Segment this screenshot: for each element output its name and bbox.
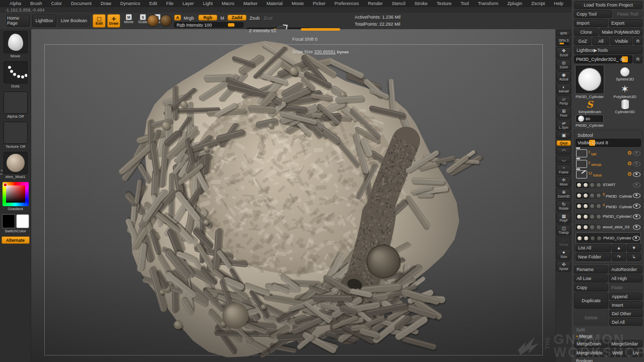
saturation-value-square[interactable]	[6, 186, 25, 203]
bpr-button[interactable]: BPR	[556, 31, 571, 36]
merge-section[interactable]: •Merge	[576, 334, 642, 339]
menu-tool[interactable]: Tool	[456, 1, 473, 6]
current-alpha[interactable]: Alpha Off	[4, 92, 28, 119]
tool-polymesh3d[interactable]: ✶PolyMesh3D	[607, 82, 642, 100]
draw-button[interactable]: ✛ Draw	[107, 14, 120, 28]
rgb-intensity-handle[interactable]	[228, 23, 234, 27]
scroll-button[interactable]: ✥Scroll	[556, 47, 571, 58]
main-color-swatch[interactable]	[2, 214, 15, 228]
menu-movie[interactable]: Movie	[287, 1, 308, 6]
append-button[interactable]: Append	[609, 293, 642, 300]
subtool-pm3d_cylinder3d2[interactable]: PM3D_Cylinder3D2	[576, 232, 641, 244]
menu-zplugin[interactable]: Zplugin	[503, 1, 527, 6]
menu-stencil[interactable]: Stencil	[387, 1, 410, 6]
del-all-button[interactable]: Del All	[609, 318, 642, 326]
mergesimilar-button[interactable]: MergeSimilar	[609, 340, 642, 348]
split-section[interactable]: Split	[576, 327, 642, 332]
gear-icon[interactable]: ⚙	[627, 161, 632, 166]
autoreorder-button[interactable]: AutoReorder	[609, 265, 642, 274]
brush-thumbnail[interactable]	[4, 31, 28, 53]
goz-button[interactable]: GoZ	[574, 37, 591, 45]
lock-icon[interactable]: ▣	[556, 132, 571, 139]
menu-document[interactable]: Document	[66, 1, 96, 6]
menu-file[interactable]: File	[162, 1, 178, 6]
eye-icon[interactable]	[633, 151, 640, 156]
paste-tool-button[interactable]: Paste Tool	[613, 10, 642, 18]
color-picker[interactable]: Gradient	[3, 182, 29, 211]
goz-visible-button[interactable]: Visible	[610, 37, 632, 45]
uv-button[interactable]: Uv	[629, 349, 642, 357]
menu-dynamics[interactable]: Dynamics	[116, 1, 145, 6]
spix-button[interactable]: SPix 3	[556, 38, 571, 46]
eye-icon[interactable]	[633, 183, 640, 188]
mergedown-button[interactable]: MergeDown	[574, 340, 608, 348]
menu-edit[interactable]: Edit	[145, 1, 162, 6]
subtool-header[interactable]: Subtool	[578, 133, 641, 138]
live-boolean-button[interactable]: Live Boolean	[58, 15, 90, 27]
eye-icon[interactable]	[632, 236, 640, 241]
eye-icon[interactable]	[633, 204, 640, 209]
zoom3d-button[interactable]: ⊕Zoom3D	[556, 189, 571, 199]
qxyz-button[interactable]: Qxyz	[556, 140, 571, 146]
subtool-start[interactable]: START	[576, 179, 641, 190]
menu-light[interactable]: Light	[198, 1, 217, 6]
anchor-button[interactable]: A	[174, 15, 181, 21]
rotate-button[interactable]: ↻Rotate	[556, 201, 571, 211]
subtool-base[interactable]: 12base⚙	[576, 169, 641, 179]
tool-r-button[interactable]: R	[633, 55, 642, 63]
subtool-wood_stick_03[interactable]: wood_stick_03	[576, 222, 641, 232]
tool-sphere3d[interactable]: Sphere3D	[607, 65, 642, 81]
pivot-a-icon[interactable]: ◠	[556, 147, 571, 154]
aahalf-button[interactable]: ◐AAHalf	[556, 83, 571, 94]
copy-tool-button[interactable]: Copy Tool	[574, 10, 612, 18]
mergevisible-button[interactable]: MergeVisible	[574, 349, 606, 357]
alpha-thumbnail[interactable]	[4, 92, 28, 114]
clone-button[interactable]: Clone	[574, 28, 598, 36]
viewport-canvas[interactable]	[31, 29, 555, 362]
menu-alpha[interactable]: Alpha	[5, 1, 26, 6]
color-picker-gradient[interactable]	[3, 182, 29, 206]
new-folder-button[interactable]: New Folder	[576, 253, 611, 261]
goz-all-button[interactable]: All	[592, 37, 609, 45]
eye-icon[interactable]	[633, 225, 640, 230]
subtool-up-button[interactable]: ▲	[612, 244, 626, 252]
floor-button[interactable]: ⊞Floor	[556, 108, 571, 118]
menu-transform[interactable]: Transform	[473, 1, 503, 6]
transp-button[interactable]: ◫Transp	[556, 225, 571, 235]
lightbox-button[interactable]: LightBox	[32, 15, 56, 27]
current-brush[interactable]: Move	[4, 31, 28, 58]
visible-count-slider[interactable]: Visible Count 8	[576, 139, 641, 147]
texture-thumbnail[interactable]	[4, 122, 28, 144]
gear-icon[interactable]: ⚙	[627, 171, 632, 177]
move-out-folder-button[interactable]: ↳	[627, 253, 641, 261]
gear-icon[interactable]: ⚙	[627, 150, 632, 156]
lightbox-tools-button[interactable]: Lightbox▶Tools	[574, 46, 642, 54]
move-button[interactable]: M Move	[122, 14, 135, 28]
subtool-down-button[interactable]: ▼	[627, 244, 641, 252]
move-to-folder-button[interactable]: ↷	[612, 253, 626, 261]
duplicate-button[interactable]: Duplicate	[574, 293, 608, 309]
lsym-button[interactable]: ⇌L.Sym	[556, 120, 571, 130]
mrgb-button[interactable]: Mrgb	[184, 16, 194, 21]
all-low-button[interactable]: All Low	[574, 275, 608, 283]
current-stroke[interactable]: Dots	[4, 61, 28, 88]
active-tool-slider[interactable]: PM3D_Cylinder3D2_ 48	[574, 55, 632, 63]
tool-pm3d_cylinder[interactable]: PM3D_Cylinder	[574, 65, 605, 99]
menu-texture[interactable]: Texture	[432, 1, 456, 6]
solo-button[interactable]: ●Solo	[556, 249, 571, 259]
menu-zscript[interactable]: Zscript	[527, 1, 549, 6]
goz-r-button[interactable]: R	[633, 37, 642, 45]
copy-button[interactable]: Copy	[574, 284, 608, 292]
persp-button[interactable]: ▱Persp	[556, 96, 571, 106]
tool-cylinder3d[interactable]: Cylinder3D	[607, 100, 642, 114]
m-button[interactable]: M	[220, 16, 224, 21]
menu-picker[interactable]: Picker	[308, 1, 330, 6]
material-thumbnail-1[interactable]	[147, 15, 159, 27]
eye-icon[interactable]	[633, 193, 640, 198]
zsub-button[interactable]: Zsub	[250, 16, 260, 21]
stroke-thumbnail[interactable]	[4, 61, 28, 83]
eye-icon[interactable]	[633, 214, 640, 219]
frame-button[interactable]: ⁘Frame	[556, 164, 571, 175]
zoom-button[interactable]: ◎Zoom	[556, 59, 571, 70]
rgb-button[interactable]: Rgb	[198, 15, 217, 21]
